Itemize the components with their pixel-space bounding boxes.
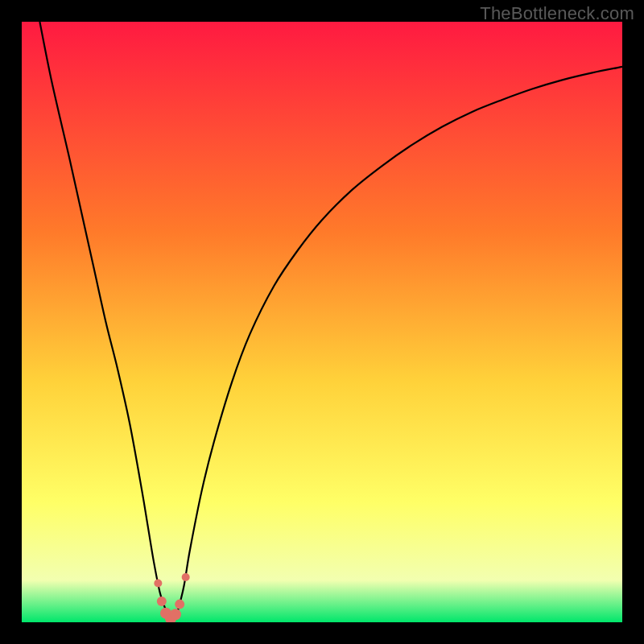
- watermark-label: TheBottleneck.com: [480, 3, 634, 24]
- optimal-marker: [182, 573, 190, 581]
- optimal-marker: [170, 609, 181, 620]
- chart-background: [22, 22, 622, 622]
- chart-svg: [22, 22, 622, 622]
- optimal-marker: [175, 600, 184, 609]
- chart-frame: TheBottleneck.com: [0, 0, 644, 644]
- optimal-marker: [157, 597, 167, 606]
- optimal-marker: [154, 580, 162, 588]
- chart-plot-area: [22, 22, 622, 622]
